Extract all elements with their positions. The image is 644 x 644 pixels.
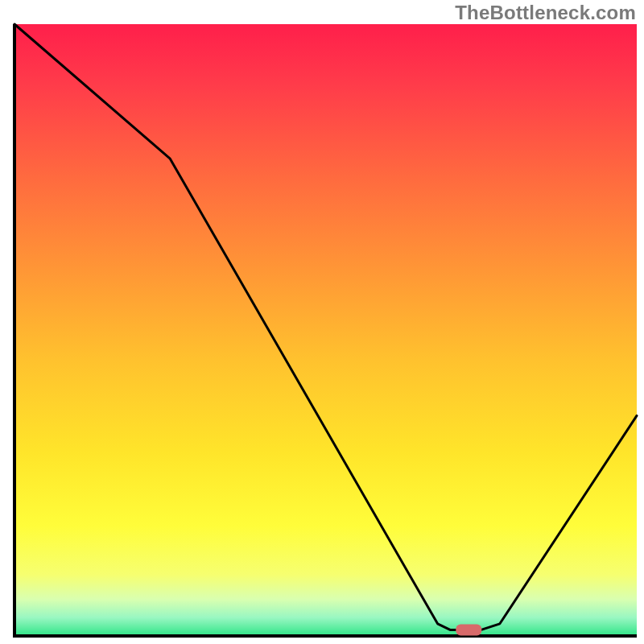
bottleneck-chart: TheBottleneck.com bbox=[0, 0, 644, 644]
watermark-text: TheBottleneck.com bbox=[455, 2, 636, 24]
chart-svg bbox=[0, 0, 644, 644]
plot-background bbox=[14, 24, 637, 636]
recommended-marker bbox=[456, 624, 481, 635]
